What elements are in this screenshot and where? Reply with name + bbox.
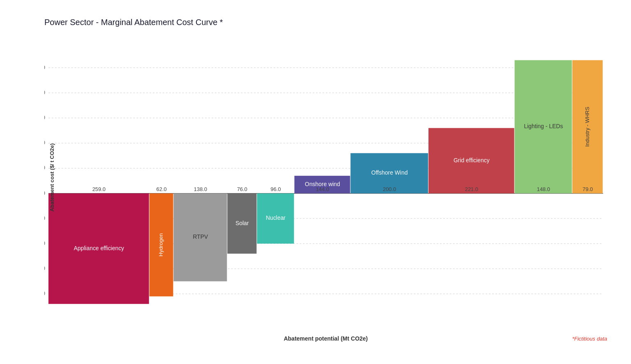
svg-text:Lighting - LEDs: Lighting - LEDs <box>524 123 563 129</box>
svg-text:Industry - WHRS: Industry - WHRS <box>584 106 590 147</box>
svg-text:-40: -40 <box>44 290 45 297</box>
title-asterisk: * <box>217 18 223 27</box>
svg-text:Onshore wind: Onshore wind <box>305 181 340 187</box>
svg-text:138.0: 138.0 <box>194 186 207 192</box>
svg-text:148.0: 148.0 <box>537 186 550 192</box>
y-axis-label: Abatement cost ($/ t CO2e) <box>49 143 55 212</box>
chart-area: Abatement cost ($/ t CO2e) 50403020100-1… <box>44 34 607 321</box>
fictitious-note: *Fictitious data <box>572 336 607 342</box>
svg-text:Nuclear: Nuclear <box>266 214 286 221</box>
svg-text:Grid efficiency: Grid efficiency <box>454 157 490 164</box>
svg-text:96.0: 96.0 <box>271 186 281 192</box>
svg-text:30: 30 <box>44 114 45 121</box>
svg-text:76.0: 76.0 <box>237 186 247 192</box>
svg-text:Hydrogen: Hydrogen <box>158 233 164 256</box>
svg-text:0: 0 <box>44 190 45 196</box>
chart-container: Power Sector - Marginal Abatement Cost C… <box>12 9 619 355</box>
svg-text:Offshore Wind: Offshore Wind <box>371 169 408 176</box>
chart-title: Power Sector - Marginal Abatement Cost C… <box>44 18 607 27</box>
svg-text:40: 40 <box>44 89 45 96</box>
svg-text:Appliance efficiency: Appliance efficiency <box>74 245 124 251</box>
svg-text:79.0: 79.0 <box>583 186 593 192</box>
svg-text:10: 10 <box>44 164 45 171</box>
svg-text:RTPV: RTPV <box>193 233 208 240</box>
svg-text:-30: -30 <box>44 265 45 272</box>
x-axis-label: Abatement potential (Mt CO2e) <box>284 335 368 342</box>
title-main: Power Sector - Marginal Abatement Cost C… <box>44 18 217 27</box>
chart-svg: 50403020100-10-20-30-40259.0Appliance ef… <box>44 34 607 321</box>
svg-text:-20: -20 <box>44 240 45 247</box>
svg-text:62.0: 62.0 <box>157 186 167 192</box>
svg-text:200.0: 200.0 <box>383 186 396 192</box>
svg-text:Solar: Solar <box>235 220 249 226</box>
svg-text:50: 50 <box>44 64 45 71</box>
svg-text:221.0: 221.0 <box>465 186 478 192</box>
svg-text:259.0: 259.0 <box>92 186 106 192</box>
svg-text:20: 20 <box>44 139 45 146</box>
svg-text:-10: -10 <box>44 215 45 221</box>
